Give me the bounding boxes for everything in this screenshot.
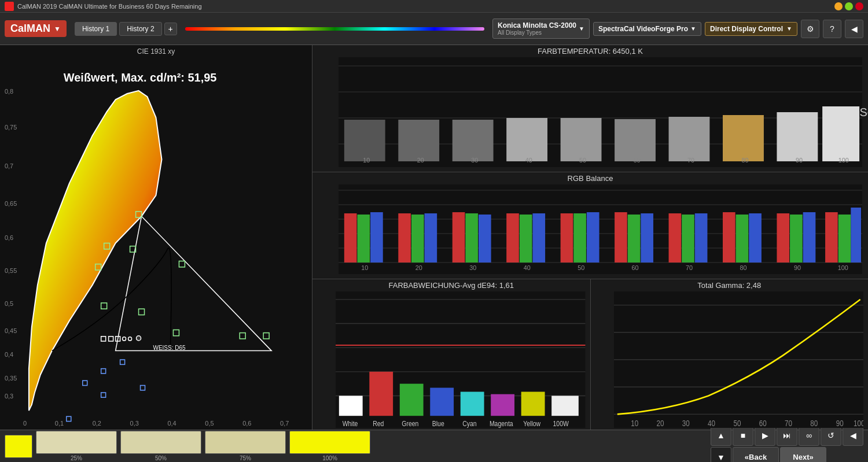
add-history-tab-button[interactable]: + xyxy=(164,23,177,35)
svg-rect-102 xyxy=(573,213,586,263)
svg-text:90: 90 xyxy=(794,264,801,271)
svg-text:30: 30 xyxy=(471,157,478,164)
toolbar: CalMAN ▼ History 1 History 2 + Konica Mi… xyxy=(0,13,868,45)
settings-button[interactable]: ⚙ xyxy=(801,20,819,38)
svg-rect-107 xyxy=(669,213,682,263)
device-selector-2[interactable]: SpectraCal VideoForge Pro ▼ xyxy=(593,22,701,36)
svg-rect-142 xyxy=(430,388,454,416)
svg-text:80: 80 xyxy=(810,419,818,428)
swatch-25[interactable] xyxy=(36,431,117,454)
svg-rect-140 xyxy=(369,372,393,416)
svg-rect-113 xyxy=(777,213,789,263)
svg-rect-139 xyxy=(339,396,363,416)
swatch-100-label: 100% xyxy=(322,455,337,461)
swatch-50[interactable] xyxy=(120,431,201,454)
svg-rect-60 xyxy=(561,118,602,161)
cie-panel: CIE 1931 xy 0,8 0,75 0,7 0,65 0,6 0,55 0… xyxy=(0,45,312,430)
svg-rect-106 xyxy=(641,213,653,263)
svg-text:Red: Red xyxy=(373,420,384,427)
swatch-50-label: 50% xyxy=(155,455,167,461)
swatch-active[interactable] xyxy=(5,435,32,458)
svg-rect-66 xyxy=(723,115,764,161)
schwarzwert-label: Schwarzwert xyxy=(860,106,868,119)
svg-text:Magenta: Magenta xyxy=(490,420,513,427)
svg-text:10: 10 xyxy=(361,264,368,271)
svg-text:0,1: 0,1 xyxy=(55,420,64,427)
next-button[interactable]: Next » xyxy=(780,447,826,463)
logo-text: CalMAN xyxy=(10,23,50,35)
device-1-name: Konica Minolta CS-2000 xyxy=(498,21,576,29)
swatch-container-25: 25% xyxy=(36,431,117,461)
device-3-arrow: ▼ xyxy=(786,25,792,32)
svg-rect-117 xyxy=(838,215,851,263)
nav-controls: ▲ ■ ▶ ⏭ ∞ ↺ ◀ ▼ « Back Next » xyxy=(711,425,863,463)
next-icon: » xyxy=(809,453,813,461)
svg-text:0,2: 0,2 xyxy=(93,420,101,427)
swatch-100[interactable] xyxy=(289,431,370,454)
close-button[interactable] xyxy=(855,2,863,10)
swatch-25-label: 25% xyxy=(71,455,82,461)
history-tab-1[interactable]: History 1 xyxy=(75,22,117,36)
svg-rect-144 xyxy=(491,394,514,416)
bottom-charts: FARBABWEICHUNG-Avg dE94: 1,61 xyxy=(312,279,868,430)
back-label: Back xyxy=(749,453,767,461)
svg-text:60: 60 xyxy=(759,419,766,428)
svg-text:50: 50 xyxy=(579,157,586,164)
svg-text:0,4: 0,4 xyxy=(5,351,13,358)
bottom-toolbar: 25% 50% 75% 100% ▲ ■ ▶ ⏭ ∞ ↺ ◀ xyxy=(0,430,868,462)
history-tab-2[interactable]: History 2 xyxy=(119,22,161,36)
svg-rect-111 xyxy=(736,215,749,263)
svg-rect-65 xyxy=(822,106,859,161)
help-button[interactable]: ? xyxy=(823,20,841,38)
svg-rect-115 xyxy=(803,212,816,263)
collapse-button[interactable]: ◀ xyxy=(845,20,863,38)
svg-text:0: 0 xyxy=(23,420,27,427)
svg-rect-58 xyxy=(453,120,494,161)
next-label: Next xyxy=(793,453,809,461)
svg-text:70: 70 xyxy=(785,419,792,428)
logo-dropdown-arrow: ▼ xyxy=(54,25,61,33)
calman-logo[interactable]: CalMAN ▼ xyxy=(5,20,67,37)
svg-rect-146 xyxy=(551,396,579,416)
back-button[interactable]: « Back xyxy=(733,447,779,463)
svg-rect-59 xyxy=(506,118,547,161)
cie-chart: 0,8 0,75 0,7 0,65 0,6 0,55 0,5 0,45 0,4 … xyxy=(0,58,312,428)
rainbow-bar xyxy=(185,27,484,31)
maximize-button[interactable] xyxy=(845,2,853,10)
svg-text:Weißwert, Max. cd/m²: 51,95: Weißwert, Max. cd/m²: 51,95 xyxy=(64,71,217,84)
svg-rect-110 xyxy=(723,212,735,263)
svg-text:20: 20 xyxy=(656,419,664,428)
svg-rect-118 xyxy=(851,208,861,263)
svg-rect-105 xyxy=(628,215,641,263)
svg-rect-103 xyxy=(587,212,599,263)
svg-text:0,8: 0,8 xyxy=(5,88,13,95)
farbabweichung-section: FARBABWEICHUNG-Avg dE94: 1,61 xyxy=(312,279,591,430)
svg-rect-101 xyxy=(561,213,573,263)
svg-text:Blue: Blue xyxy=(432,420,444,427)
svg-text:40: 40 xyxy=(708,419,715,428)
device-3-name: Direct Display Control xyxy=(710,25,784,33)
svg-text:80: 80 xyxy=(740,264,747,271)
svg-text:0,65: 0,65 xyxy=(5,200,17,207)
right-panel: FARBTEMPERATUR: 6450,1 K 10000 8000 6000… xyxy=(312,45,868,430)
svg-rect-100 xyxy=(532,213,545,263)
swatch-75-label: 75% xyxy=(240,455,251,461)
device-selector-1[interactable]: Konica Minolta CS-2000 All Display Types… xyxy=(492,19,590,39)
svg-rect-98 xyxy=(506,213,519,263)
svg-rect-90 xyxy=(357,215,370,263)
device-selector-3[interactable]: Direct Display Control ▼ xyxy=(705,22,797,36)
svg-text:80: 80 xyxy=(741,157,748,164)
svg-rect-95 xyxy=(453,212,465,263)
svg-rect-104 xyxy=(615,212,627,263)
scroll-down-button[interactable]: ▼ xyxy=(711,447,731,463)
svg-text:100: 100 xyxy=(854,419,863,428)
minimize-button[interactable] xyxy=(834,2,843,10)
main-area: CIE 1931 xy 0,8 0,75 0,7 0,65 0,6 0,55 0… xyxy=(0,45,868,430)
svg-text:90: 90 xyxy=(836,419,843,428)
cie-title: CIE 1931 xy xyxy=(0,45,312,58)
device-1-arrow: ▼ xyxy=(579,25,584,32)
swatch-75[interactable] xyxy=(205,431,286,454)
svg-text:60: 60 xyxy=(634,157,641,164)
svg-text:0,5: 0,5 xyxy=(5,300,13,307)
svg-rect-99 xyxy=(520,215,532,263)
